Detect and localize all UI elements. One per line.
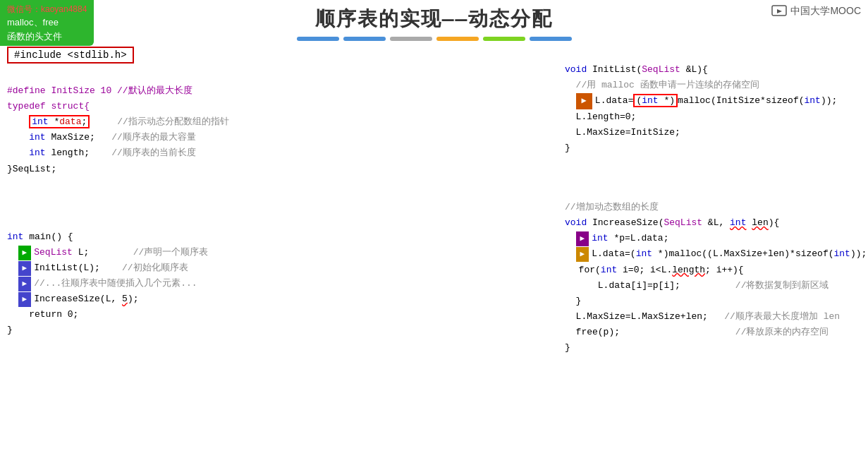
middle-code: void InitList(SeqList &L){ //用 malloc 函数…	[565, 47, 867, 356]
color-bar-6	[530, 37, 572, 41]
watermark-line2: 函数的头文件	[7, 30, 87, 44]
include-text: #include <stdlib.h>	[14, 49, 127, 61]
watermark-line1: malloc、free	[7, 16, 87, 30]
field2-name: MaxSize;	[46, 132, 112, 143]
watermark: 微信号：kaoyan4884 malloc、free 函数的头文件	[0, 0, 94, 46]
arrow-blue-1: ▶	[18, 261, 32, 276]
field3-type: int	[29, 147, 45, 158]
right-panel: void InitList(SeqList &L){ //用 malloc 函数…	[565, 47, 861, 356]
arrow-blue-3: ▶	[18, 292, 32, 307]
field3-name: length;	[46, 147, 112, 158]
color-bar-2	[343, 37, 386, 41]
page-title: 顺序表的实现——动态分配	[0, 6, 868, 32]
main-content: #include <stdlib.h> #define InitSize 10 …	[0, 47, 868, 356]
color-bar-1	[297, 37, 339, 41]
struct-code: #define InitSize 10 //默认的最大长度 typedef st…	[7, 68, 558, 193]
arrow-purple: ▶	[576, 231, 589, 246]
arrow-yellow: ▶	[576, 247, 589, 262]
define-line: #define InitSize 10 //默认的最大长度	[7, 85, 192, 96]
include-box: #include <stdlib.h>	[7, 47, 134, 64]
field1-box: int *data;	[29, 115, 90, 128]
typedef-line: typedef struct{	[7, 101, 90, 112]
color-bar-3	[390, 37, 432, 41]
field3-comment: //顺序表的当前长度	[111, 147, 196, 158]
color-bar-4	[436, 37, 479, 41]
field2-comment: //顺序表的最大容量	[111, 132, 196, 143]
header: 顺序表的实现——动态分配	[0, 0, 868, 44]
main-code: int main() { ▶SeqList L; //声明一个顺序表 ▶Init…	[7, 214, 558, 339]
watermark-id: 微信号：kaoyan4884	[7, 3, 87, 16]
struct-end: }SeqList;	[7, 164, 56, 174]
field2-type: int	[29, 132, 45, 143]
field1-comment: //指示动态分配数组的指针	[90, 116, 229, 127]
cast-box-1: (int *)	[633, 94, 678, 107]
arrow-green-1: ▶	[18, 246, 32, 260]
color-bar-5	[483, 37, 525, 41]
color-bar	[0, 37, 868, 41]
arrow-blue-2: ▶	[18, 277, 32, 291]
arrow-init: ▶	[576, 93, 592, 109]
left-panel: #include <stdlib.h> #define InitSize 10 …	[7, 47, 558, 356]
